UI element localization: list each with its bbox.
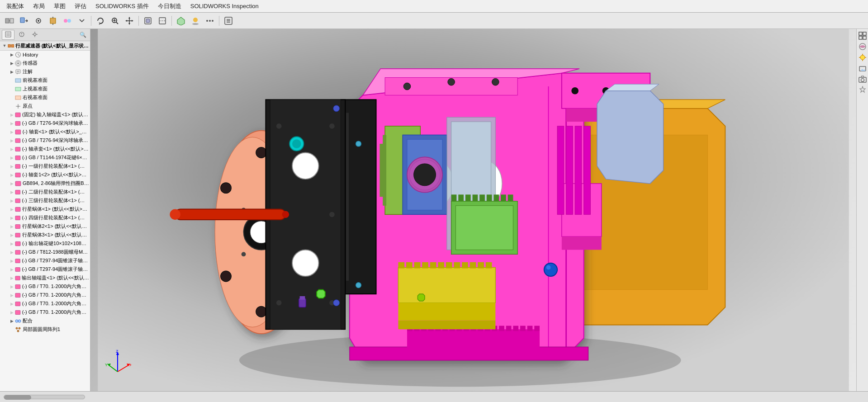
expand-part-20[interactable]: ▶ — [9, 224, 14, 229]
tree-annotations[interactable]: ▶ 注解 — [0, 67, 90, 76]
tree-pattern[interactable]: ▶ 局部圆圆周阵列1 — [0, 325, 90, 334]
rs-cameras[interactable] — [858, 74, 868, 84]
expand-part-15[interactable]: ▶ — [9, 181, 14, 186]
toolbar-smart-fasteners[interactable] — [61, 14, 74, 27]
tree-part-21[interactable]: ▶ 行星蜗体3<1> (默认<<默认>_显... — [0, 231, 90, 239]
tab-config[interactable] — [29, 30, 41, 39]
svg-rect-149 — [422, 262, 428, 269]
toolbar-section-view[interactable] — [156, 14, 169, 27]
expand-part-12[interactable]: ▶ — [9, 155, 14, 161]
tree-part-11[interactable]: ▶ (-) 轴承套<1> (默认<<默认>_显... — [0, 145, 90, 153]
tree-part-22[interactable]: ▶ (-) 输出轴花键10×102×108×16... — [0, 239, 90, 248]
expand-sensors[interactable]: ▶ — [9, 61, 14, 66]
menu-evaluate[interactable]: 评估 — [70, 0, 91, 12]
tree-part-23[interactable]: ▶ (-) GB / T812-1988圆螺母M110... — [0, 248, 90, 256]
tree-part-18[interactable]: ▶ 行星蜗体<1> (默认<<默认>_显... — [0, 205, 90, 213]
tree-mate[interactable]: ▶ 配合 — [0, 317, 90, 325]
tree-part-17[interactable]: ▶ (-) 三级行星轮装配体<1> (默认<... — [0, 196, 90, 205]
tree-top-plane[interactable]: ▶ 上视基准面 — [0, 85, 90, 93]
menu-sw-plugins[interactable]: SOLIDWORKS 插件 — [91, 0, 153, 12]
toolbar-insert-component[interactable] — [17, 14, 31, 27]
tree-root-assembly[interactable]: ▼ 行星减速器 (默认<默认_显示状态-1> — [0, 41, 90, 51]
toolbar-rotate[interactable] — [94, 14, 107, 27]
expand-part-10[interactable]: ▶ — [9, 138, 14, 143]
rs-appearances[interactable] — [858, 42, 868, 52]
tree-part-20[interactable]: ▶ 行星蜗体2<1> (默认<<默认>_显... — [0, 222, 90, 231]
filter-icon[interactable]: 🔍 — [78, 32, 88, 38]
tree-part-8[interactable]: ▶ (-) GB / T276-94深沟球轴承601... — [0, 119, 90, 128]
expand-part-18[interactable]: ▶ — [9, 207, 14, 212]
tree-part-25[interactable]: ▶ (-) GB / T297-94圆锥滚子轴承32... — [0, 265, 90, 274]
expand-part-13[interactable]: ▶ — [9, 164, 14, 169]
tree-part-13[interactable]: ▶ (-) 一级行星轮装配体<1> (默认<... — [0, 162, 90, 170]
menu-sw-inspection[interactable]: SOLIDWORKS Inspection — [186, 1, 263, 11]
expand-part-19[interactable]: ▶ — [9, 215, 14, 221]
expand-part-11[interactable]: ▶ — [9, 147, 14, 152]
expand-part-14[interactable]: ▶ — [9, 172, 14, 178]
tree-right-plane[interactable]: ▶ 右视基准面 — [0, 93, 90, 102]
expand-part-27[interactable]: ▶ — [9, 284, 14, 289]
expand-part-21[interactable]: ▶ — [9, 232, 14, 238]
expand-annotations[interactable]: ▶ — [9, 69, 14, 75]
menu-assembly[interactable]: 装配体 — [2, 0, 28, 12]
tree-part-15[interactable]: ▶ GB894, 2-86轴用弹性挡圈B!... — [0, 179, 90, 188]
toolbar-zoom[interactable] — [108, 14, 122, 27]
expand-part-8[interactable]: ▶ — [9, 121, 14, 126]
tree-part-16[interactable]: ▶ (-) 二级行星轮装配体<1> (默认<... — [0, 188, 90, 196]
toolbar-pan[interactable] — [123, 14, 136, 27]
toolbar-expand-collapse[interactable] — [75, 14, 89, 27]
rs-decals[interactable] — [858, 63, 868, 73]
rs-scene[interactable] — [858, 52, 868, 62]
toolbar-more[interactable] — [203, 14, 217, 27]
expand-part-29[interactable]: ▶ — [9, 301, 14, 307]
expand-part-23[interactable]: ▶ — [9, 250, 14, 255]
tree-part-12[interactable]: ▶ (-) GB / T1144-1974花键6×23×... — [0, 153, 90, 162]
menu-sketch[interactable]: 草图 — [49, 0, 70, 12]
model-canvas[interactable]: X Y Z — [90, 29, 856, 391]
tree-part-7[interactable]: ▶ (固定) 输入轴端盖<1> (默认<<默 — [0, 110, 90, 119]
tree-part-29[interactable]: ▶ (-) GB / T70. 1-2000内六角圆柱... — [0, 299, 90, 308]
expand-part-25[interactable]: ▶ — [9, 267, 14, 272]
tree-part-27[interactable]: ▶ (-) GB / T70. 1-2000内六角圆柱... — [0, 282, 90, 291]
tree-history[interactable]: ▶ History — [0, 51, 90, 59]
tab-properties[interactable] — [16, 30, 28, 39]
toolbar-shadows[interactable] — [189, 14, 202, 27]
tab-feature-tree[interactable] — [2, 30, 14, 40]
toolbar-hide-show[interactable] — [32, 14, 45, 27]
3d-viewport[interactable]: X Y Z — [90, 29, 856, 391]
toolbar-assembly-icon[interactable] — [3, 14, 16, 27]
expand-history[interactable]: ▶ — [9, 52, 14, 57]
expand-part-24[interactable]: ▶ — [9, 258, 14, 264]
expand-part-30[interactable]: ▶ — [9, 310, 14, 315]
toolbar-settings[interactable] — [222, 14, 235, 27]
tree-part-9[interactable]: ▶ (-) 轴套<1> (默认<<默认>_显... — [0, 128, 90, 136]
expand-part-9[interactable]: ▶ — [9, 129, 14, 135]
expand-part-16[interactable]: ▶ — [9, 189, 14, 195]
horizontal-scrollbar[interactable] — [4, 395, 85, 399]
tree-sensors[interactable]: ▶ 传感器 — [0, 59, 90, 67]
expand-mate[interactable]: ▶ — [9, 318, 14, 324]
expand-part-22[interactable]: ▶ — [9, 241, 14, 246]
rs-lights[interactable] — [858, 85, 868, 95]
tree-part-14[interactable]: ▶ (-) 轴套1<2> (默认<<默认>_显... — [0, 170, 90, 179]
menu-layout[interactable]: 布局 — [28, 0, 49, 12]
tree-part-19[interactable]: ▶ (-) 四级行星轮装配体<1> (默认<... — [0, 213, 90, 222]
toolbar-view-orient[interactable] — [141, 14, 155, 27]
expand-icon-root[interactable]: ▼ — [2, 43, 7, 48]
expand-part-17[interactable]: ▶ — [9, 198, 14, 203]
tree-part-30[interactable]: ▶ (-) GB / T70. 1-2000内六角圆柱... — [0, 308, 90, 317]
expand-part-26[interactable]: ▶ — [9, 275, 14, 281]
menu-today-manufacturing[interactable]: 今日制造 — [153, 0, 186, 12]
rs-view-settings[interactable] — [858, 31, 868, 41]
toolbar-display-style[interactable] — [174, 14, 188, 27]
expand-part-7[interactable]: ▶ — [9, 112, 14, 118]
tree-front-plane[interactable]: ▶ 前视基准面 — [0, 76, 90, 85]
tree-origin[interactable]: ▶ 原点 — [0, 102, 90, 110]
tree-part-26[interactable]: ▶ 输出轴端盖<1> (默认<<默认>_显... — [0, 274, 90, 282]
expand-part-28[interactable]: ▶ — [9, 293, 14, 298]
fastener-cyan-2 — [356, 283, 361, 288]
tree-part-24[interactable]: ▶ (-) GB / T297-94圆锥滚子轴承30... — [0, 256, 90, 265]
tree-part-28[interactable]: ▶ (-) GB / T70. 1-2000内六角圆柱... — [0, 291, 90, 299]
tree-part-10[interactable]: ▶ (-) GB / T276-94深沟球轴承601... — [0, 136, 90, 145]
toolbar-move-component[interactable] — [46, 14, 60, 27]
